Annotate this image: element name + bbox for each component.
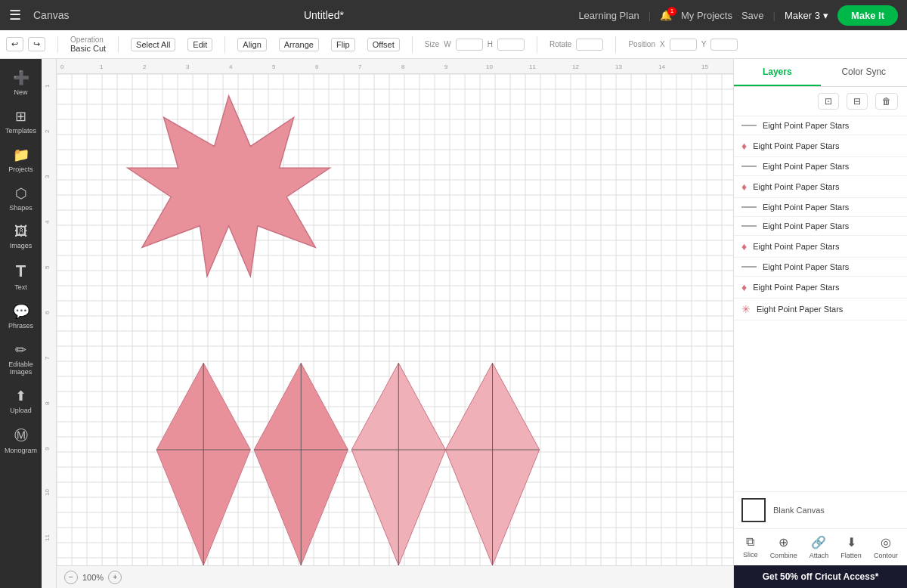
- layer-duplicate-button[interactable]: ⊡: [818, 93, 839, 110]
- sidebar-item-phrases[interactable]: 💬 Phrases: [2, 299, 40, 334]
- sidebar-item-new-label: New: [14, 88, 27, 96]
- sidebar-item-monogram[interactable]: Ⓜ Monogram: [2, 422, 40, 459]
- blank-canvas-thumbnail: [741, 498, 766, 522]
- select-all-button[interactable]: Select All: [131, 38, 175, 51]
- list-item[interactable]: Eight Point Paper Stars: [734, 198, 907, 217]
- list-item[interactable]: Eight Point Paper Stars: [734, 157, 907, 176]
- combine-button[interactable]: ⊕ Combine: [770, 535, 797, 559]
- layer-delete-button[interactable]: 🗑: [875, 93, 898, 110]
- contour-button[interactable]: ◎ Contour: [874, 535, 898, 559]
- sidebar-item-templates[interactable]: ⊞ Templates: [2, 104, 40, 139]
- svg-text:6: 6: [315, 63, 319, 70]
- offset-button[interactable]: Offset: [367, 38, 400, 51]
- size-w-input[interactable]: [456, 39, 483, 51]
- list-item[interactable]: Eight Point Paper Stars: [734, 258, 907, 277]
- list-item[interactable]: ♦ Eight Point Paper Stars: [734, 135, 907, 157]
- canvas-area[interactable]: 0 1 2 3 4 5 6 7 8 9 10 11 12 13 14 15: [42, 59, 733, 588]
- svg-text:2: 2: [143, 63, 147, 70]
- layer-name: Eight Point Paper Stars: [763, 203, 849, 212]
- flatten-icon: ⬇: [847, 535, 856, 549]
- ruler-left: 1 2 3 4 5 6 7 8 9 10 11: [42, 59, 57, 588]
- rotate-input[interactable]: [576, 39, 603, 51]
- sidebar-item-phrases-label: Phrases: [8, 322, 33, 330]
- sidebar-item-images[interactable]: 🖼 Images: [2, 219, 40, 254]
- svg-text:1: 1: [44, 84, 51, 88]
- pos-x-label: X: [660, 41, 665, 48]
- diamond-3[interactable]: [351, 363, 445, 565]
- blank-canvas-row[interactable]: Blank Canvas: [734, 491, 907, 528]
- edit-button[interactable]: Edit: [187, 38, 212, 51]
- diamond-4[interactable]: [445, 363, 539, 565]
- list-item[interactable]: Eight Point Paper Stars: [734, 116, 907, 135]
- bottom-actions: ⧉ Slice ⊕ Combine 🔗 Attach ⬇ Flatten ◎ C…: [734, 528, 907, 565]
- align-button[interactable]: Align: [237, 38, 266, 51]
- tab-color-sync[interactable]: Color Sync: [821, 59, 908, 86]
- diamond-icon: ♦: [741, 181, 747, 193]
- list-item[interactable]: Eight Point Paper Stars: [734, 217, 907, 236]
- sidebar-item-editable-images[interactable]: ✏ Editable Images: [2, 337, 40, 380]
- tab-layers[interactable]: Layers: [734, 59, 821, 86]
- undo-button[interactable]: ↩: [6, 37, 23, 51]
- position-x-input[interactable]: [670, 39, 697, 51]
- list-item[interactable]: ♦ Eight Point Paper Stars: [734, 277, 907, 299]
- attach-button[interactable]: 🔗 Attach: [809, 535, 829, 559]
- sidebar-item-projects[interactable]: 📁 Projects: [2, 142, 40, 178]
- list-item[interactable]: ♦ Eight Point Paper Stars: [734, 236, 907, 258]
- svg-text:11: 11: [44, 534, 51, 541]
- flip-button[interactable]: Flip: [331, 38, 355, 51]
- main-area: ➕ New ⊞ Templates 📁 Projects ⬡ Shapes 🖼 …: [0, 59, 907, 588]
- diamond-1[interactable]: [156, 363, 250, 565]
- svg-text:3: 3: [186, 63, 190, 70]
- save-button[interactable]: Save: [741, 10, 764, 21]
- sidebar-item-text-label: Text: [14, 283, 27, 291]
- promo-bar[interactable]: Get 50% off Cricut Access*: [734, 565, 907, 588]
- redo-button[interactable]: ↪: [28, 37, 45, 51]
- design-canvas[interactable]: [57, 74, 733, 565]
- svg-text:8: 8: [401, 63, 405, 70]
- zoom-in-button[interactable]: +: [108, 571, 122, 584]
- notifications-bell[interactable]: 🔔 1: [660, 10, 672, 21]
- arrange-group: Arrange: [279, 38, 319, 51]
- flatten-button[interactable]: ⬇ Flatten: [840, 535, 862, 559]
- zoom-out-button[interactable]: −: [64, 571, 78, 584]
- layer-hide-button[interactable]: ⊟: [847, 93, 868, 110]
- zoom-bar: − 100% +: [57, 565, 733, 588]
- size-h-input[interactable]: [497, 39, 525, 51]
- svg-text:2: 2: [44, 129, 51, 133]
- learning-plan-link[interactable]: Learning Plan: [578, 10, 639, 21]
- position-label: Position: [628, 41, 655, 48]
- sidebar-item-upload-label: Upload: [10, 407, 32, 414]
- my-projects-link[interactable]: My Projects: [681, 10, 732, 21]
- page-title: Untitled*: [81, 9, 566, 21]
- toolbar: ↩ ↪ Operation Basic Cut Select All Edit …: [0, 30, 907, 59]
- layer-line-indicator: [741, 166, 757, 167]
- templates-icon: ⊞: [15, 108, 26, 125]
- sidebar-item-new[interactable]: ➕ New: [2, 65, 40, 101]
- svg-text:1: 1: [100, 63, 104, 70]
- make-it-button[interactable]: Make It: [837, 5, 898, 26]
- arrange-button[interactable]: Arrange: [279, 38, 319, 51]
- shapes-icon: ⬡: [15, 185, 27, 202]
- sidebar-item-shapes[interactable]: ⬡ Shapes: [2, 181, 40, 216]
- svg-text:13: 13: [615, 63, 622, 70]
- layer-name: Eight Point Paper Stars: [757, 305, 843, 314]
- svg-text:6: 6: [44, 311, 51, 314]
- list-item[interactable]: ♦ Eight Point Paper Stars: [734, 176, 907, 198]
- right-nav: Learning Plan | 🔔 1 My Projects Save | M…: [578, 5, 898, 26]
- layer-line-indicator: [741, 206, 757, 208]
- size-label: Size: [425, 41, 439, 48]
- operation-value[interactable]: Basic Cut: [70, 44, 106, 53]
- eight-point-star[interactable]: [128, 96, 330, 277]
- position-y-input[interactable]: [710, 39, 738, 51]
- undo-redo-group: ↩ ↪: [6, 37, 45, 51]
- diamond-icon: ♦: [741, 281, 747, 293]
- sidebar-item-upload[interactable]: ⬆ Upload: [2, 383, 40, 419]
- list-item[interactable]: ✳ Eight Point Paper Stars: [734, 299, 907, 320]
- sidebar-item-text[interactable]: T Text: [2, 257, 40, 296]
- menu-icon[interactable]: ☰: [9, 7, 21, 23]
- svg-text:14: 14: [658, 63, 665, 70]
- diamond-2[interactable]: [254, 363, 348, 565]
- slice-button[interactable]: ⧉ Slice: [743, 535, 758, 559]
- machine-selector[interactable]: Maker 3 ▾: [785, 10, 828, 21]
- svg-text:10: 10: [486, 63, 493, 70]
